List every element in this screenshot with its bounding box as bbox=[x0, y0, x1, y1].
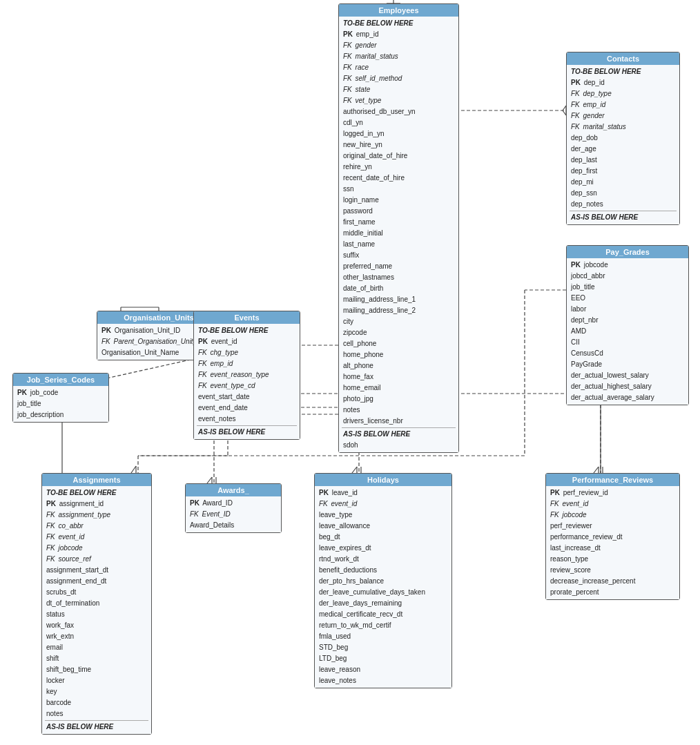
job-series-codes-table: Job_Series_Codes PK job_code job_title j… bbox=[12, 373, 109, 423]
performance-reviews-body: PK perf_review_id FK event_id FK jobcode… bbox=[546, 486, 679, 599]
employees-fk-gender: FK gender bbox=[342, 40, 456, 51]
assignments-header: Assignments bbox=[42, 474, 151, 486]
contacts-table: Contacts TO-BE BELOW HERE PK dep_id FK d… bbox=[566, 52, 680, 225]
contacts-header: Contacts bbox=[567, 52, 679, 65]
diagram-container: Employees TO-BE BELOW HERE PK emp_id FK … bbox=[0, 0, 700, 745]
performance-reviews-header: Performance_Reviews bbox=[546, 474, 679, 486]
events-body: TO-BE BELOW HERE PK event_id FK chg_type… bbox=[194, 324, 300, 439]
employees-header: Employees bbox=[339, 4, 458, 17]
svg-line-27 bbox=[131, 466, 136, 473]
pay-grades-header: Pay_Grades bbox=[567, 246, 688, 258]
pay-grades-body: PK jobcode jobcd_abbr job_title EEO labo… bbox=[567, 258, 688, 405]
holidays-body: PK leave_id FK event_id leave_type leave… bbox=[315, 486, 451, 688]
employees-note-row: TO-BE BELOW HERE bbox=[342, 18, 456, 29]
contacts-body: TO-BE BELOW HERE PK dep_id FK dep_type F… bbox=[567, 65, 679, 224]
employees-pk-row: PK emp_id bbox=[342, 29, 456, 40]
pay-grades-table: Pay_Grades PK jobcode jobcd_abbr job_tit… bbox=[566, 245, 689, 405]
svg-line-38 bbox=[207, 477, 212, 483]
employees-table: Employees TO-BE BELOW HERE PK emp_id FK … bbox=[338, 3, 459, 453]
awards-header: Awards_ bbox=[186, 484, 281, 496]
awards-body: PK Award_ID FK Event_ID Award_Details bbox=[186, 496, 281, 532]
svg-line-34 bbox=[594, 467, 599, 473]
awards-table: Awards_ PK Award_ID FK Event_ID Award_De… bbox=[185, 483, 282, 533]
svg-line-30 bbox=[352, 467, 357, 473]
events-table: Events TO-BE BELOW HERE PK event_id FK c… bbox=[193, 311, 300, 440]
assignments-body: TO-BE BELOW HERE PK assignment_id FK ass… bbox=[42, 486, 151, 734]
holidays-table: Holidays PK leave_id FK event_id leave_t… bbox=[314, 473, 452, 688]
job-series-codes-header: Job_Series_Codes bbox=[13, 374, 108, 386]
events-header: Events bbox=[194, 311, 300, 324]
holidays-header: Holidays bbox=[315, 474, 451, 486]
job-series-codes-body: PK job_code job_title job_description bbox=[13, 386, 108, 422]
performance-reviews-table: Performance_Reviews PK perf_review_id FK… bbox=[545, 473, 680, 600]
employees-body: TO-BE BELOW HERE PK emp_id FK gender FK … bbox=[339, 17, 458, 452]
assignments-table: Assignments TO-BE BELOW HERE PK assignme… bbox=[41, 473, 152, 735]
